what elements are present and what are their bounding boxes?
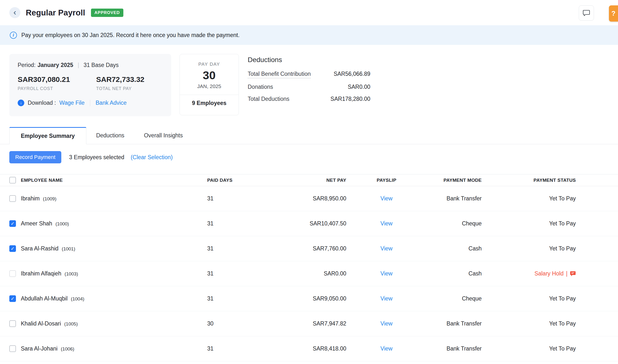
deductions-title: Deductions [248,56,370,64]
payroll-cost-value: SAR307,080.21 [18,75,96,84]
row-checkbox[interactable]: ✓ [9,245,16,252]
deduction-label: Total Deductions [248,96,289,102]
help-tab-button[interactable]: ? [609,5,618,22]
payslip-view-link[interactable]: View [380,295,392,302]
employee-name: Ibrahim [21,195,41,202]
back-button[interactable]: ‹ [9,7,20,18]
net-pay-value: SAR7,760.00 [281,245,346,252]
payslip-view-link[interactable]: View [380,270,392,277]
table-row: Sara Al-Johani (1006) 31 SAR8,418.00 Vie… [0,336,618,361]
net-pay-value: SAR0.00 [281,270,346,277]
column-header-payment-mode: PAYMENT MODE [427,178,482,183]
employee-name: Sara Al-Rashid [21,245,60,252]
employee-id: (1000) [55,221,69,226]
base-days: 31 Base Days [84,62,119,68]
employee-id: (1006) [61,346,74,351]
clear-selection-link[interactable]: (Clear Selection) [131,154,173,161]
comment-bubble-icon [583,10,590,16]
status-badge: APPROVED [91,9,123,17]
row-checkbox[interactable] [9,320,16,327]
row-checkbox[interactable] [9,195,16,202]
payment-status-value: Yet To Pay [482,320,576,327]
deduction-row: Total Benefit Contribution SAR56,066.89 [248,71,370,78]
payment-status-value: Yet To Pay [482,345,576,352]
net-pay-value: SAR7,947.82 [281,320,346,327]
employee-id: (1001) [62,246,75,251]
download-icon: ↓ [18,100,24,106]
download-label: Download : [28,100,56,106]
row-checkbox[interactable]: ✓ [9,295,16,302]
employee-name: Khalid Al-Dosari [21,320,63,327]
payslip-view-link[interactable]: View [380,245,392,252]
select-all-checkbox[interactable] [9,177,16,183]
column-header-payslip: PAYSLIP [346,178,427,183]
table-header-row: EMPLOYEE NAME PAID DAYS NET PAY PAYSLIP … [0,174,618,186]
tab-deductions[interactable]: Deductions [86,127,134,144]
tab-employee-summary[interactable]: Employee Summary [9,127,86,144]
row-checkbox[interactable] [9,270,16,277]
payslip-view-link[interactable]: View [380,195,392,202]
total-net-pay-value: SAR72,733.32 [96,75,175,84]
wage-file-link[interactable]: Wage File [59,100,85,106]
column-header-net-pay: NET PAY [281,178,346,183]
page-title: Regular Payroll [26,8,85,17]
employee-id: (1004) [71,296,84,301]
column-header-payment-status: PAYMENT STATUS [482,178,576,183]
employee-name: Abdullah Al-Muqbil [21,295,69,302]
period-value: January 2025 [38,62,73,68]
employee-id: (1009) [43,196,56,201]
deduction-value: SAR56,066.89 [334,71,370,77]
table-row: ✓ Ameer Shah (1000) 31 SAR10,407.50 View… [0,211,618,236]
net-pay-value: SAR10,407.50 [281,220,346,227]
bank-advice-link[interactable]: Bank Advice [96,100,127,106]
payslip-view-link[interactable]: View [380,220,392,227]
selected-count-text: 3 Employees selected [69,154,124,161]
period-label: Period: [18,62,36,68]
employee-id: (1005) [64,321,78,326]
row-checkbox[interactable] [9,345,16,352]
row-checkbox[interactable]: ✓ [9,220,16,227]
salary-hold-status: Salary Hold| [534,270,576,277]
payday-label: PAY DAY [180,62,239,67]
tab-overall-insights[interactable]: Overall Insights [134,127,193,144]
info-banner-text: Pay your employees on 30 Jan 2025. Recor… [21,32,240,39]
paid-days-value: 30 [207,320,281,327]
period-summary-card: Period: January 2025 | 31 Base Days SAR3… [9,54,171,116]
paid-days-value: 31 [207,245,281,252]
help-question-icon: ? [611,10,616,17]
payslip-view-link[interactable]: View [380,320,392,327]
employee-name: Ibrahim Alfaqieh [21,270,63,277]
payment-status-value: Yet To Pay [482,245,576,252]
payday-employee-count: 9 Employees [180,95,239,111]
payslip-view-link[interactable]: View [380,345,392,352]
total-net-pay-label: TOTAL NET PAY [96,86,175,91]
paid-days-value: 31 [207,295,281,302]
hold-comment-icon[interactable] [570,271,576,276]
comments-button[interactable] [579,5,594,21]
summary-section: Period: January 2025 | 31 Base Days SAR3… [9,54,618,116]
payroll-cost-label: PAYROLL COST [18,86,96,91]
employee-id: (1003) [64,271,78,276]
deduction-label[interactable]: Total Benefit Contribution [248,71,311,78]
table-row: ✓ Abdullah Al-Muqbil (1004) 31 SAR9,050.… [0,286,618,311]
employee-name: Ameer Shah [21,220,54,227]
table-row: Ibrahim Alfaqieh (1003) 31 SAR0.00 View … [0,261,618,286]
payment-status-value: Yet To Pay [482,220,576,227]
paid-days-value: 31 [207,270,281,277]
payment-mode-value: Bank Transfer [427,195,482,202]
table-row: Ibrahim (1009) 31 SAR8,950.00 View Bank … [0,186,618,211]
net-pay-value: SAR8,418.00 [281,345,346,352]
info-icon: i [10,32,17,39]
actions-row: Record Payment 3 Employees selected (Cle… [0,151,618,163]
employee-table: EMPLOYEE NAME PAID DAYS NET PAY PAYSLIP … [0,174,618,361]
payment-mode-value: Cheque [427,295,482,302]
page-header: ‹ Regular Payroll APPROVED ? [0,0,618,25]
record-payment-button[interactable]: Record Payment [9,151,61,163]
paid-days-value: 31 [207,220,281,227]
back-chevron-icon: ‹ [13,8,16,16]
divider [90,100,90,106]
payment-mode-value: Cash [427,245,482,252]
table-row: Khalid Al-Dosari (1005) 30 SAR7,947.82 V… [0,311,618,336]
payment-status-value: Salary Hold| [482,270,576,277]
net-pay-value: SAR9,050.00 [281,295,346,302]
